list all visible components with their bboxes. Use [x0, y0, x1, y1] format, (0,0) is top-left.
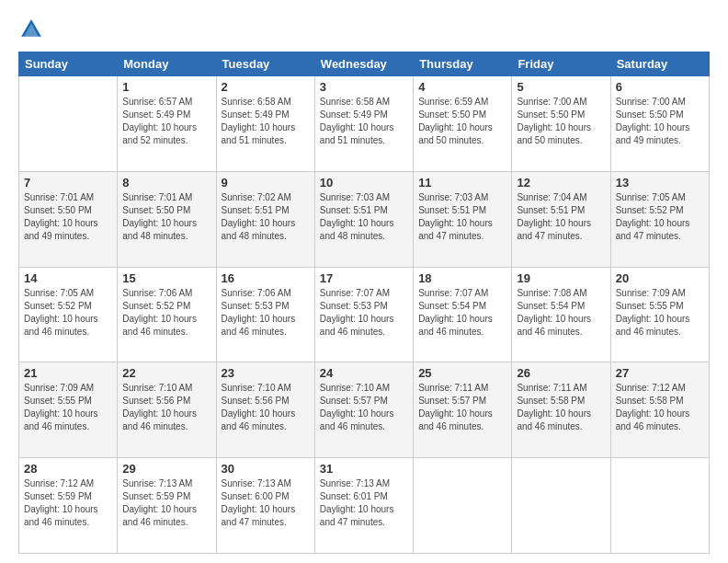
day-info: Sunrise: 7:00 AM Sunset: 5:50 PM Dayligh… [517, 96, 605, 147]
calendar-week-5: 28Sunrise: 7:12 AM Sunset: 5:59 PM Dayli… [19, 458, 710, 554]
day-number: 30 [222, 462, 310, 476]
weekday-header-tuesday: Tuesday [216, 52, 314, 76]
day-number: 29 [122, 462, 210, 476]
calendar-cell [19, 76, 118, 172]
day-number: 27 [616, 366, 704, 380]
day-info: Sunrise: 7:04 AM Sunset: 5:51 PM Dayligh… [517, 191, 605, 243]
day-number: 16 [222, 271, 310, 285]
calendar-week-1: 1Sunrise: 6:57 AM Sunset: 5:49 PM Daylig… [19, 76, 710, 172]
day-number: 23 [222, 366, 310, 380]
day-info: Sunrise: 7:01 AM Sunset: 5:50 PM Dayligh… [24, 191, 112, 243]
day-number: 24 [320, 366, 408, 380]
day-info: Sunrise: 7:05 AM Sunset: 5:52 PM Dayligh… [24, 287, 112, 339]
day-info: Sunrise: 7:07 AM Sunset: 5:53 PM Dayligh… [320, 287, 408, 339]
calendar-cell: 10Sunrise: 7:03 AM Sunset: 5:51 PM Dayli… [314, 171, 413, 267]
calendar-cell: 17Sunrise: 7:07 AM Sunset: 5:53 PM Dayli… [314, 267, 413, 362]
calendar-cell [414, 458, 512, 554]
calendar-table: SundayMondayTuesdayWednesdayThursdayFrid… [18, 52, 710, 554]
day-info: Sunrise: 6:57 AM Sunset: 5:49 PM Dayligh… [122, 96, 210, 147]
weekday-header-wednesday: Wednesday [314, 52, 413, 76]
day-info: Sunrise: 6:59 AM Sunset: 5:50 PM Dayligh… [418, 96, 506, 147]
day-info: Sunrise: 7:12 AM Sunset: 5:59 PM Dayligh… [24, 477, 112, 529]
weekday-header-friday: Friday [512, 52, 610, 76]
day-info: Sunrise: 7:09 AM Sunset: 5:55 PM Dayligh… [616, 287, 704, 339]
calendar-cell: 30Sunrise: 7:13 AM Sunset: 6:00 PM Dayli… [216, 458, 314, 554]
day-number: 3 [320, 80, 408, 94]
calendar-cell: 19Sunrise: 7:08 AM Sunset: 5:54 PM Dayli… [512, 267, 610, 362]
day-info: Sunrise: 7:11 AM Sunset: 5:58 PM Dayligh… [517, 382, 605, 433]
calendar-cell: 21Sunrise: 7:09 AM Sunset: 5:55 PM Dayli… [19, 362, 118, 458]
calendar-cell: 28Sunrise: 7:12 AM Sunset: 5:59 PM Dayli… [19, 458, 118, 554]
calendar-cell: 15Sunrise: 7:06 AM Sunset: 5:52 PM Dayli… [118, 267, 216, 362]
day-info: Sunrise: 7:13 AM Sunset: 6:01 PM Dayligh… [320, 477, 408, 529]
day-number: 1 [122, 80, 210, 94]
day-number: 10 [320, 176, 408, 190]
day-number: 20 [616, 271, 704, 285]
header [18, 17, 710, 42]
day-number: 9 [222, 176, 310, 190]
page: SundayMondayTuesdayWednesdayThursdayFrid… [0, 0, 728, 563]
day-info: Sunrise: 7:12 AM Sunset: 5:58 PM Dayligh… [616, 382, 704, 433]
calendar-cell: 20Sunrise: 7:09 AM Sunset: 5:55 PM Dayli… [610, 267, 709, 362]
day-number: 26 [517, 366, 605, 380]
logo [18, 17, 48, 42]
day-number: 7 [24, 176, 112, 190]
weekday-header-sunday: Sunday [19, 52, 118, 76]
day-number: 18 [418, 271, 506, 285]
calendar-cell: 31Sunrise: 7:13 AM Sunset: 6:01 PM Dayli… [314, 458, 413, 554]
calendar-cell: 7Sunrise: 7:01 AM Sunset: 5:50 PM Daylig… [19, 171, 118, 267]
weekday-header-monday: Monday [118, 52, 216, 76]
weekday-header-thursday: Thursday [414, 52, 512, 76]
calendar-cell: 25Sunrise: 7:11 AM Sunset: 5:57 PM Dayli… [414, 362, 512, 458]
day-info: Sunrise: 7:06 AM Sunset: 5:53 PM Dayligh… [222, 287, 310, 339]
calendar-week-2: 7Sunrise: 7:01 AM Sunset: 5:50 PM Daylig… [19, 171, 710, 267]
calendar-cell: 29Sunrise: 7:13 AM Sunset: 5:59 PM Dayli… [118, 458, 216, 554]
weekday-header-saturday: Saturday [610, 52, 709, 76]
calendar-cell: 9Sunrise: 7:02 AM Sunset: 5:51 PM Daylig… [216, 171, 314, 267]
calendar-cell: 5Sunrise: 7:00 AM Sunset: 5:50 PM Daylig… [512, 76, 610, 172]
day-info: Sunrise: 7:10 AM Sunset: 5:56 PM Dayligh… [222, 382, 310, 433]
day-info: Sunrise: 7:01 AM Sunset: 5:50 PM Dayligh… [122, 191, 210, 243]
day-number: 13 [616, 176, 704, 190]
calendar-cell: 1Sunrise: 6:57 AM Sunset: 5:49 PM Daylig… [118, 76, 216, 172]
day-number: 17 [320, 271, 408, 285]
day-number: 12 [517, 176, 605, 190]
calendar-cell: 24Sunrise: 7:10 AM Sunset: 5:57 PM Dayli… [314, 362, 413, 458]
day-number: 31 [320, 462, 408, 476]
day-info: Sunrise: 6:58 AM Sunset: 5:49 PM Dayligh… [320, 96, 408, 147]
day-info: Sunrise: 7:00 AM Sunset: 5:50 PM Dayligh… [616, 96, 704, 147]
day-info: Sunrise: 7:03 AM Sunset: 5:51 PM Dayligh… [320, 191, 408, 243]
day-info: Sunrise: 7:11 AM Sunset: 5:57 PM Dayligh… [418, 382, 506, 433]
calendar-cell: 27Sunrise: 7:12 AM Sunset: 5:58 PM Dayli… [610, 362, 709, 458]
calendar-cell: 6Sunrise: 7:00 AM Sunset: 5:50 PM Daylig… [610, 76, 709, 172]
day-number: 6 [616, 80, 704, 94]
calendar-cell: 12Sunrise: 7:04 AM Sunset: 5:51 PM Dayli… [512, 171, 610, 267]
day-info: Sunrise: 7:13 AM Sunset: 5:59 PM Dayligh… [122, 477, 210, 529]
calendar-cell: 23Sunrise: 7:10 AM Sunset: 5:56 PM Dayli… [216, 362, 314, 458]
calendar-cell: 22Sunrise: 7:10 AM Sunset: 5:56 PM Dayli… [118, 362, 216, 458]
day-number: 22 [122, 366, 210, 380]
calendar-cell: 11Sunrise: 7:03 AM Sunset: 5:51 PM Dayli… [414, 171, 512, 267]
day-info: Sunrise: 7:08 AM Sunset: 5:54 PM Dayligh… [517, 287, 605, 339]
day-number: 2 [222, 80, 310, 94]
day-number: 21 [24, 366, 112, 380]
day-number: 25 [418, 366, 506, 380]
day-info: Sunrise: 7:05 AM Sunset: 5:52 PM Dayligh… [616, 191, 704, 243]
calendar-cell [512, 458, 610, 554]
day-number: 28 [24, 462, 112, 476]
day-number: 8 [122, 176, 210, 190]
calendar-cell: 4Sunrise: 6:59 AM Sunset: 5:50 PM Daylig… [414, 76, 512, 172]
calendar-cell: 8Sunrise: 7:01 AM Sunset: 5:50 PM Daylig… [118, 171, 216, 267]
day-info: Sunrise: 7:09 AM Sunset: 5:55 PM Dayligh… [24, 382, 112, 433]
day-number: 15 [122, 271, 210, 285]
calendar-cell: 2Sunrise: 6:58 AM Sunset: 5:49 PM Daylig… [216, 76, 314, 172]
day-number: 19 [517, 271, 605, 285]
day-info: Sunrise: 7:13 AM Sunset: 6:00 PM Dayligh… [222, 477, 310, 529]
logo-icon [18, 17, 44, 42]
calendar-week-3: 14Sunrise: 7:05 AM Sunset: 5:52 PM Dayli… [19, 267, 710, 362]
day-info: Sunrise: 7:07 AM Sunset: 5:54 PM Dayligh… [418, 287, 506, 339]
calendar-cell: 26Sunrise: 7:11 AM Sunset: 5:58 PM Dayli… [512, 362, 610, 458]
calendar-week-4: 21Sunrise: 7:09 AM Sunset: 5:55 PM Dayli… [19, 362, 710, 458]
day-info: Sunrise: 7:03 AM Sunset: 5:51 PM Dayligh… [418, 191, 506, 243]
day-number: 4 [418, 80, 506, 94]
